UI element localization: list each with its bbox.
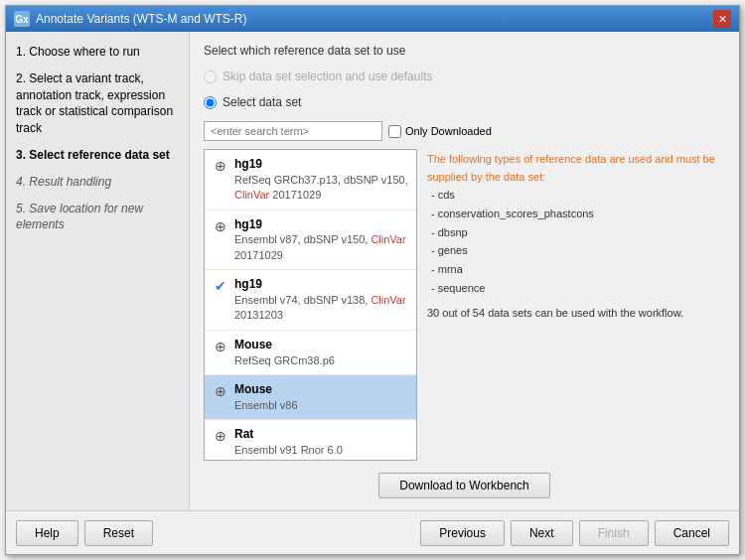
info-item-conservation: - conservation_scores_phastcons bbox=[431, 205, 725, 223]
step-2-label: Select a variant track, annotation track… bbox=[16, 71, 173, 135]
step-5-number: 5. bbox=[16, 202, 29, 215]
info-item-cds: - cds bbox=[431, 186, 725, 205]
close-button[interactable]: ✕ bbox=[713, 10, 731, 28]
list-item[interactable]: ⊕ hg19 Ensembl v87, dbSNP v150, ClinVar … bbox=[205, 210, 416, 271]
info-list: - cds - conservation_scores_phastcons - … bbox=[431, 186, 725, 297]
step-3-number: 3. bbox=[16, 148, 29, 162]
step-3-label: Select reference data set bbox=[29, 148, 169, 162]
plus-icon: ⊕ bbox=[213, 428, 228, 444]
info-count: 30 out of 54 data sets can be used with … bbox=[427, 305, 725, 323]
sidebar-step-1: 1. Choose where to run bbox=[16, 44, 179, 61]
skip-radio-row[interactable]: Skip data set selection and use defaults bbox=[204, 70, 725, 83]
list-item[interactable]: ⊕ hg19 RefSeq GRCh37.p13, dbSNP v150, Cl… bbox=[205, 150, 416, 210]
step-5-label: Save location for new elements bbox=[16, 202, 143, 232]
sidebar-step-2: 2. Select a variant track, annotation tr… bbox=[16, 70, 179, 137]
check-icon: ✔ bbox=[213, 278, 228, 294]
list-item-text: Mouse RefSeq GRCm38.p6 bbox=[234, 337, 335, 368]
info-intro: The following types of reference data ar… bbox=[427, 151, 725, 186]
list-item[interactable]: ⊕ Mouse RefSeq GRCm38.p6 bbox=[205, 331, 416, 375]
content-area: ⊕ hg19 RefSeq GRCh37.p13, dbSNP v150, Cl… bbox=[204, 149, 725, 461]
panel-title: Select which reference data set to use bbox=[204, 44, 725, 58]
only-downloaded-label: Only Downloaded bbox=[405, 125, 492, 137]
sidebar: 1. Choose where to run 2. Select a varia… bbox=[6, 32, 190, 510]
sidebar-step-4: 4. Result handling bbox=[16, 174, 179, 191]
list-item[interactable]: ✔ hg19 Ensembl v74, dbSNP v138, ClinVar … bbox=[205, 270, 416, 331]
info-panel: The following types of reference data ar… bbox=[427, 149, 725, 461]
main-window: Gx Annotate Variants (WTS-M and WTS-R) ✕… bbox=[5, 5, 740, 555]
info-item-genes: - genes bbox=[431, 241, 725, 260]
dataset-list[interactable]: ⊕ hg19 RefSeq GRCh37.p13, dbSNP v150, Cl… bbox=[204, 149, 417, 461]
list-item-text: hg19 Ensembl v74, dbSNP v138, ClinVar 20… bbox=[234, 276, 408, 324]
list-item[interactable]: ⊕ Rat Ensembl v91 Rnor 6.0 bbox=[205, 420, 416, 461]
footer: Help Reset Previous Next Finish Cancel bbox=[6, 510, 739, 554]
help-button[interactable]: Help bbox=[16, 520, 78, 546]
window-title: Annotate Variants (WTS-M and WTS-R) bbox=[36, 12, 247, 26]
step-1-number: 1. bbox=[16, 45, 29, 59]
plus-icon: ⊕ bbox=[213, 383, 228, 399]
list-item-text: Rat Ensembl v91 Rnor 6.0 bbox=[234, 426, 343, 458]
next-button[interactable]: Next bbox=[511, 520, 573, 546]
download-workbench-button[interactable]: Download to Workbench bbox=[378, 473, 550, 498]
titlebar: Gx Annotate Variants (WTS-M and WTS-R) ✕ bbox=[6, 6, 739, 32]
info-item-dbsnp: - dbsnp bbox=[431, 223, 725, 242]
select-radio-row[interactable]: Select data set bbox=[204, 95, 725, 109]
only-downloaded-checkbox-row[interactable]: Only Downloaded bbox=[388, 125, 492, 138]
cancel-button[interactable]: Cancel bbox=[655, 520, 729, 546]
skip-radio[interactable] bbox=[204, 70, 217, 83]
list-item-text: Mouse Ensembl v86 bbox=[234, 381, 298, 413]
info-item-sequence: - sequence bbox=[431, 279, 725, 298]
plus-icon: ⊕ bbox=[213, 218, 228, 234]
sidebar-step-3: 3. Select reference data set bbox=[16, 147, 179, 164]
sidebar-step-5: 5. Save location for new elements bbox=[16, 201, 179, 234]
list-item-text: hg19 RefSeq GRCh37.p13, dbSNP v150, Clin… bbox=[234, 156, 408, 204]
search-input[interactable] bbox=[204, 121, 382, 141]
step-2-number: 2. bbox=[16, 71, 29, 85]
previous-button[interactable]: Previous bbox=[420, 520, 505, 546]
titlebar-left: Gx Annotate Variants (WTS-M and WTS-R) bbox=[14, 11, 247, 27]
plus-icon: ⊕ bbox=[213, 158, 228, 174]
step-4-label: Result handling bbox=[29, 175, 111, 189]
footer-right: Previous Next Finish Cancel bbox=[420, 520, 729, 546]
right-panel: Select which reference data set to use S… bbox=[190, 32, 739, 510]
app-icon: Gx bbox=[14, 11, 30, 27]
reset-button[interactable]: Reset bbox=[84, 520, 153, 546]
info-item-mrna: - mrna bbox=[431, 260, 725, 279]
only-downloaded-checkbox[interactable] bbox=[388, 125, 401, 138]
select-radio[interactable] bbox=[204, 96, 217, 109]
step-1-label: Choose where to run bbox=[29, 45, 139, 59]
skip-radio-label: Skip data set selection and use defaults bbox=[223, 70, 432, 83]
step-4-number: 4. bbox=[16, 175, 29, 189]
select-radio-label: Select data set bbox=[223, 95, 301, 109]
footer-left: Help Reset bbox=[16, 520, 153, 546]
main-content: 1. Choose where to run 2. Select a varia… bbox=[6, 32, 739, 510]
plus-icon: ⊕ bbox=[213, 339, 228, 354]
search-row: Only Downloaded bbox=[204, 121, 725, 141]
list-item-selected[interactable]: ⊕ Mouse Ensembl v86 bbox=[205, 375, 416, 420]
finish-button[interactable]: Finish bbox=[579, 520, 649, 546]
list-item-text: hg19 Ensembl v87, dbSNP v150, ClinVar 20… bbox=[234, 216, 408, 264]
download-row: Download to Workbench bbox=[204, 473, 725, 498]
